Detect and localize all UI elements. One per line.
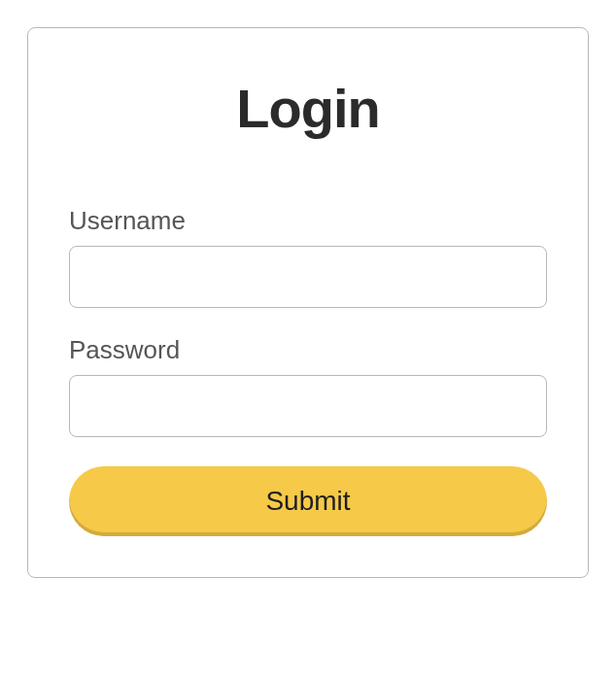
page-title: Login bbox=[69, 77, 547, 140]
username-group: Username bbox=[69, 206, 547, 308]
password-label: Password bbox=[69, 335, 547, 365]
username-input[interactable] bbox=[69, 246, 547, 308]
login-card: Login Username Password Submit bbox=[27, 27, 589, 578]
username-label: Username bbox=[69, 206, 547, 236]
password-group: Password bbox=[69, 335, 547, 437]
submit-button[interactable]: Submit bbox=[69, 466, 547, 536]
password-input[interactable] bbox=[69, 375, 547, 437]
